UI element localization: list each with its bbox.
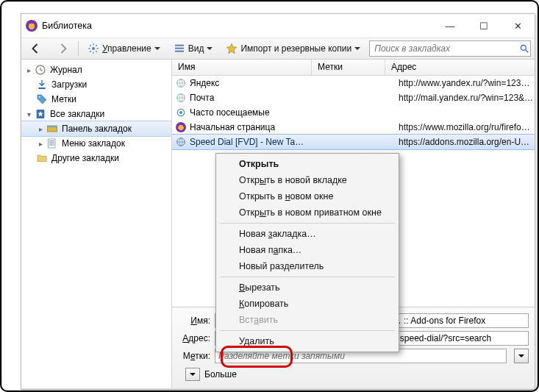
forward-button[interactable] bbox=[51, 40, 74, 57]
item-name: Speed Dial [FVD] - New Ta… bbox=[190, 137, 325, 147]
item-address: https://addons.mozilla.org/en-US… bbox=[399, 137, 535, 147]
star-icon bbox=[226, 43, 238, 54]
ctx-separator bbox=[220, 223, 395, 224]
search-icon bbox=[518, 40, 531, 57]
clock-icon bbox=[35, 64, 46, 76]
svg-point-7 bbox=[39, 96, 40, 98]
close-button[interactable]: ✕ bbox=[501, 14, 535, 38]
more-label: Больше bbox=[204, 369, 237, 379]
toolbar: Управление Вид Импорт и резервные копии bbox=[21, 38, 535, 60]
search-input[interactable] bbox=[373, 43, 527, 54]
ctx-paste: Вставить bbox=[218, 312, 396, 328]
list-item[interactable]: Начальная страница https://www.mozilla.o… bbox=[172, 120, 535, 135]
expand-icon[interactable]: ▸ bbox=[36, 140, 45, 148]
tree-bookmarks-toolbar[interactable]: ▸ Панель закладок bbox=[21, 121, 171, 136]
item-name: Начальная страница bbox=[190, 122, 325, 132]
ctx-open-private[interactable]: Открыть в новом приватном окне bbox=[218, 204, 396, 221]
ctx-new-separator[interactable]: Новый разделитель bbox=[218, 258, 396, 274]
svg-rect-14 bbox=[49, 144, 54, 145]
search-field[interactable] bbox=[369, 40, 531, 57]
sidebar-tree[interactable]: ▸ Журнал Загрузки Метки ▾ Все закладки ▸… bbox=[21, 60, 172, 388]
list-item[interactable]: Часто посещаемые bbox=[172, 105, 535, 120]
list-icon bbox=[174, 43, 185, 54]
globe-icon bbox=[175, 136, 187, 148]
tree-label: Другие закладки bbox=[49, 153, 119, 163]
view-label: Вид bbox=[188, 43, 204, 54]
columns-header[interactable]: Имя Метки Адрес bbox=[172, 60, 535, 76]
list-item-selected[interactable]: Speed Dial [FVD] - New Ta… https://addon… bbox=[172, 135, 535, 149]
context-menu: Открыть Открыть в новой вкладке Открыть … bbox=[215, 153, 399, 352]
svg-rect-13 bbox=[49, 143, 54, 143]
ctx-delete[interactable]: Удалить bbox=[218, 333, 396, 349]
window-title: Библиотека bbox=[42, 21, 92, 31]
svg-rect-12 bbox=[49, 140, 54, 141]
firefox-icon bbox=[175, 121, 187, 133]
svg-rect-3 bbox=[175, 51, 184, 52]
download-icon bbox=[36, 79, 48, 90]
back-button[interactable] bbox=[25, 40, 47, 57]
address-label: Адрес: bbox=[178, 333, 210, 343]
tag-icon bbox=[36, 93, 48, 105]
expand-icon[interactable]: ▸ bbox=[36, 125, 45, 133]
titlebar: Библиотека — ☐ ✕ bbox=[21, 14, 535, 38]
column-name[interactable]: Имя bbox=[172, 60, 312, 75]
tags-dropdown[interactable] bbox=[514, 349, 529, 363]
ctx-copy[interactable]: Копировать bbox=[218, 296, 396, 312]
svg-rect-6 bbox=[38, 88, 45, 89]
toolbar-separator bbox=[78, 41, 79, 56]
list-item[interactable]: Яндекс http://www.yandex.ru/?win=123&… bbox=[172, 76, 535, 90]
import-menu[interactable]: Импорт и резервные копии bbox=[221, 40, 365, 57]
manage-label: Управление bbox=[102, 43, 151, 54]
tags-label: Метки: bbox=[178, 351, 210, 361]
item-name: Яндекс bbox=[190, 78, 325, 88]
view-menu[interactable]: Вид bbox=[169, 40, 218, 57]
svg-point-4 bbox=[521, 45, 526, 50]
import-label: Импорт и резервные копии bbox=[240, 43, 351, 54]
tree-downloads[interactable]: Загрузки bbox=[21, 77, 171, 92]
svg-rect-10 bbox=[47, 126, 57, 127]
manage-menu[interactable]: Управление bbox=[83, 40, 165, 57]
tree-all-bookmarks[interactable]: ▾ Все закладки bbox=[21, 107, 171, 121]
item-address: https://www.mozilla.org/ru/firefo… bbox=[399, 122, 535, 132]
toolbar-icon bbox=[46, 123, 58, 135]
more-toggle[interactable] bbox=[185, 368, 200, 381]
collapse-icon[interactable]: ▾ bbox=[24, 110, 33, 118]
globe-icon bbox=[175, 77, 187, 89]
ctx-new-folder[interactable]: Новая папка… bbox=[218, 242, 396, 258]
list-item[interactable]: Почта http://mail.yandex.ru/?win=123&… bbox=[172, 90, 535, 105]
item-address: http://www.yandex.ru/?win=123&… bbox=[399, 78, 535, 88]
tree-other-bookmarks[interactable]: Другие закладки bbox=[21, 151, 171, 165]
arrow-right-icon bbox=[56, 42, 69, 55]
folder-icon bbox=[36, 152, 48, 164]
name-label: Имя: bbox=[178, 316, 210, 326]
firefox-icon bbox=[26, 20, 38, 32]
column-tags[interactable]: Метки bbox=[312, 60, 385, 75]
arrow-left-icon bbox=[29, 42, 43, 55]
gear-icon bbox=[88, 43, 99, 54]
ctx-open[interactable]: Открыть bbox=[218, 156, 396, 172]
svg-point-18 bbox=[179, 111, 182, 114]
svg-rect-2 bbox=[175, 48, 184, 49]
tree-tags[interactable]: Метки bbox=[21, 92, 171, 107]
item-name: Часто посещаемые bbox=[190, 107, 325, 118]
svg-point-0 bbox=[92, 47, 95, 50]
menu-icon bbox=[46, 138, 58, 149]
ctx-open-new-window[interactable]: Открыть в новом окне bbox=[218, 188, 396, 204]
ctx-separator bbox=[220, 330, 395, 331]
item-name: Почта bbox=[190, 93, 325, 103]
smart-folder-icon bbox=[175, 107, 187, 118]
column-address[interactable]: Адрес bbox=[385, 60, 535, 75]
tree-label: Меню закладок bbox=[60, 138, 125, 149]
tree-history[interactable]: ▸ Журнал bbox=[21, 63, 171, 77]
expand-icon[interactable]: ▸ bbox=[24, 66, 33, 74]
globe-icon bbox=[175, 92, 187, 104]
tree-label: Загрузки bbox=[49, 79, 87, 90]
ctx-open-new-tab[interactable]: Открыть в новой вкладке bbox=[218, 172, 396, 188]
tree-label: Журнал bbox=[48, 65, 82, 75]
minimize-button[interactable]: — bbox=[433, 14, 467, 38]
tree-label: Все закладки bbox=[48, 109, 104, 119]
ctx-new-bookmark[interactable]: Новая закладка… bbox=[218, 226, 396, 242]
tree-bookmarks-menu[interactable]: ▸ Меню закладок bbox=[21, 136, 171, 151]
maximize-button[interactable]: ☐ bbox=[467, 14, 501, 38]
ctx-cut[interactable]: Вырезать bbox=[218, 279, 396, 296]
